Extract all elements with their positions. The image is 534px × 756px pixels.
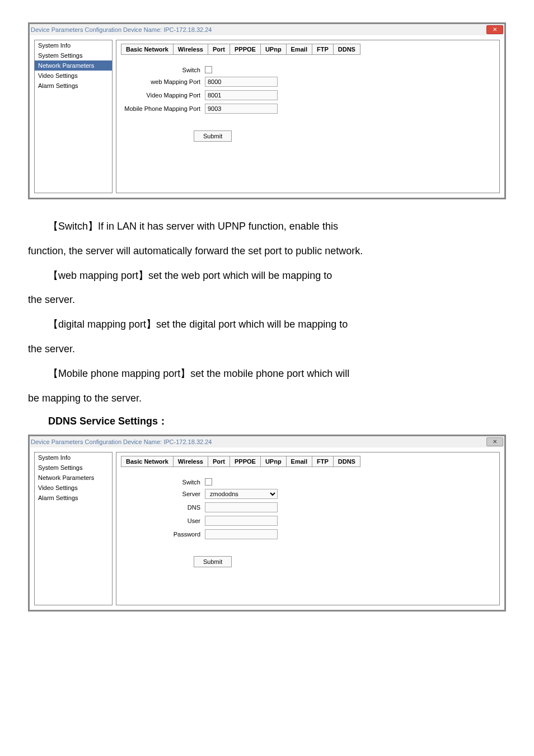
submit-row: Submit (121, 130, 495, 142)
ddns-heading: DDNS Service Settings： (28, 414, 506, 428)
tab-ddns[interactable]: DDNS (333, 456, 360, 467)
sidebar-item-system-info[interactable]: System Info (35, 40, 112, 50)
sidebar-item-video-settings[interactable]: Video Settings (35, 483, 112, 493)
close-icon[interactable]: ✕ (486, 25, 503, 34)
main-panel: Basic Network Wireless Port PPPOE UPnp E… (116, 452, 500, 605)
tab-port[interactable]: Port (208, 44, 230, 55)
input-web-port[interactable] (205, 77, 278, 87)
input-video-port[interactable] (205, 90, 278, 100)
label-server: Server (121, 491, 205, 497)
tab-email[interactable]: Email (286, 456, 312, 467)
input-dns[interactable] (205, 502, 278, 512)
row-password: Password (121, 529, 495, 539)
sidebar-item-video-settings[interactable]: Video Settings (35, 71, 112, 81)
dialog-ddns: Device Parameters Configuration Device N… (28, 435, 506, 612)
tab-row: Basic Network Wireless Port PPPOE UPnp E… (121, 456, 495, 467)
sidebar-item-alarm-settings[interactable]: Alarm Settings (35, 81, 112, 91)
window-title: Device Parameters Configuration Device N… (31, 26, 212, 33)
label-web-port: web Mapping Port (121, 78, 205, 85)
label-switch: Switch (121, 67, 205, 73)
submit-row: Submit (121, 556, 495, 567)
label-user: User (121, 517, 205, 524)
close-icon[interactable]: ✕ (486, 437, 503, 446)
row-dns: DNS (121, 502, 495, 512)
tab-basic-network[interactable]: Basic Network (121, 456, 174, 467)
tab-email[interactable]: Email (286, 44, 312, 55)
select-server[interactable]: zmododns (205, 489, 278, 499)
label-switch: Switch (121, 479, 205, 486)
dialog-upnp: Device Parameters Configuration Device N… (28, 22, 506, 199)
checkbox-switch[interactable] (205, 478, 212, 486)
sidebar: System Info System Settings Network Para… (34, 452, 113, 605)
row-video-port: Video Mapping Port (121, 90, 495, 100)
para-switch-cont: function, the server will automatically … (28, 241, 506, 262)
label-dns: DNS (121, 504, 205, 511)
tab-wireless[interactable]: Wireless (173, 44, 208, 55)
label-mobile-port: Mobile Phone Mapping Port (121, 105, 205, 112)
sidebar: System Info System Settings Network Para… (34, 40, 113, 193)
label-video-port: Video Mapping Port (121, 92, 205, 99)
tab-row: Basic Network Wireless Port PPPOE UPnp E… (121, 44, 495, 55)
checkbox-switch[interactable] (205, 66, 212, 73)
tab-pppoe[interactable]: PPPOE (229, 456, 261, 467)
tab-upnp[interactable]: UPnp (260, 456, 287, 467)
sidebar-item-alarm-settings[interactable]: Alarm Settings (35, 493, 112, 503)
row-user: User (121, 516, 495, 526)
para-mobile-mapping-cont: be mapping to the server. (28, 388, 506, 409)
row-mobile-port: Mobile Phone Mapping Port (121, 104, 495, 114)
row-server: Server zmododns (121, 489, 495, 499)
tab-port[interactable]: Port (208, 456, 230, 467)
dialog-body: System Info System Settings Network Para… (30, 35, 504, 198)
submit-button[interactable]: Submit (194, 556, 232, 567)
sidebar-item-network-parameters[interactable]: Network Parameters (35, 473, 112, 483)
row-switch: Switch (121, 478, 495, 486)
window-title: Device Parameters Configuration Device N… (31, 438, 212, 445)
para-digital-mapping-cont: the server. (28, 339, 506, 360)
input-mobile-port[interactable] (205, 104, 278, 114)
main-panel: Basic Network Wireless Port PPPOE UPnp E… (116, 40, 500, 193)
tab-ftp[interactable]: FTP (312, 456, 334, 467)
sidebar-item-system-settings[interactable]: System Settings (35, 463, 112, 473)
para-digital-mapping: 【digital mapping port】set the digital po… (28, 314, 506, 335)
para-web-mapping: 【web mapping port】set the web port which… (28, 265, 506, 287)
tab-pppoe[interactable]: PPPOE (229, 44, 261, 55)
para-web-mapping-cont: the server. (28, 290, 506, 311)
tab-wireless[interactable]: Wireless (173, 456, 208, 467)
para-switch: 【Switch】If in LAN it has server with UPN… (28, 216, 506, 237)
para-mobile-mapping: 【Mobile phone mapping port】set the mobil… (28, 363, 506, 385)
sidebar-item-system-settings[interactable]: System Settings (35, 50, 112, 60)
row-switch: Switch (121, 66, 495, 73)
input-user[interactable] (205, 516, 278, 526)
tab-ftp[interactable]: FTP (312, 44, 334, 55)
titlebar: Device Parameters Configuration Device N… (30, 436, 504, 447)
tab-upnp[interactable]: UPnp (260, 44, 287, 55)
sidebar-item-system-info[interactable]: System Info (35, 452, 112, 463)
row-web-port: web Mapping Port (121, 77, 495, 87)
sidebar-item-network-parameters[interactable]: Network Parameters (35, 60, 112, 71)
submit-button[interactable]: Submit (194, 130, 232, 142)
titlebar: Device Parameters Configuration Device N… (30, 24, 504, 35)
label-password: Password (121, 531, 205, 538)
dialog-body: System Info System Settings Network Para… (30, 447, 504, 610)
tab-ddns[interactable]: DDNS (333, 44, 360, 55)
tab-basic-network[interactable]: Basic Network (121, 44, 174, 55)
input-password[interactable] (205, 529, 278, 539)
